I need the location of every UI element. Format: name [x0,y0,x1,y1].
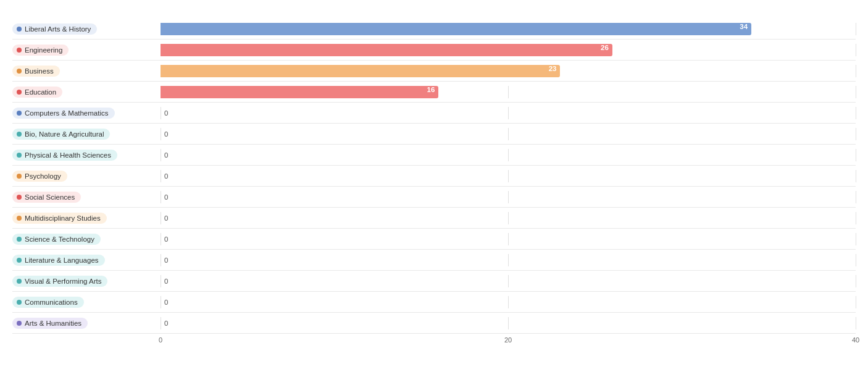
grid-line [856,275,856,287]
bar-label-pill: Arts & Humanities [12,318,88,329]
bar-label-pill: Business [12,66,60,77]
bar-label-pill: Education [12,87,62,98]
bar-dot-icon [17,174,22,179]
bar-label-text: Science & Technology [25,235,94,243]
bar-dot-icon [17,111,22,116]
bar-dot-icon [17,216,22,221]
grid-line [856,191,856,203]
bar-label-container: Science & Technology [12,234,161,245]
bar-row: Visual & Performing Arts0 [12,271,856,292]
bar-label-container: Computers & Mathematics [12,108,161,119]
grid-line [508,107,509,119]
bar-label-text: Visual & Performing Arts [25,278,101,285]
bar-value-label: 0 [164,214,168,222]
grid-line [508,254,509,266]
bar-label-pill: Social Sciences [12,192,81,203]
bar-fill: 23 [161,65,560,77]
bar-dot-icon [17,279,22,284]
bar-row: Business23 [12,61,856,82]
grid-line [856,44,856,56]
grid-line [856,65,856,77]
bar-label-container: Bio, Nature & Agricultural [12,129,161,140]
grid-line [508,212,509,224]
bar-value-label: 0 [164,235,168,243]
bar-label-container: Education [12,87,161,98]
bar-dot-icon [17,300,22,305]
bar-dot-icon [17,237,22,242]
grid-line [508,233,509,245]
bar-dot-icon [17,195,22,200]
x-axis-tick: 40 [852,336,859,344]
bar-row: Multidisciplinary Studies0 [12,208,856,229]
bar-label-text: Liberal Arts & History [25,25,91,33]
bar-value-label: 0 [164,109,168,117]
grid-line [856,107,856,119]
grid-line [161,296,161,308]
grid-line [508,149,509,161]
bar-track: 26 [161,44,856,56]
bar-fill: 26 [161,44,612,56]
bar-track: 0 [161,317,856,329]
bar-label-container: Liberal Arts & History [12,23,161,35]
bar-dot-icon [17,27,22,32]
bar-label-text: Computers & Mathematics [25,109,109,117]
bar-row: Education16 [12,82,856,103]
bar-label-text: Literature & Languages [25,256,99,264]
bar-track: 0 [161,191,856,203]
bar-track: 34 [161,23,856,35]
bar-track: 0 [161,149,856,161]
grid-line [161,191,161,203]
bar-label-container: Literature & Languages [12,255,161,266]
bar-track: 23 [161,65,856,77]
grid-line [856,170,856,182]
grid-line [856,86,856,98]
bar-label-pill: Bio, Nature & Agricultural [12,129,110,140]
bar-dot-icon [17,321,22,326]
bar-value-label: 0 [164,256,168,264]
grid-line [856,212,856,224]
bar-value-label: 26 [601,44,609,51]
bar-row: Computers & Mathematics0 [12,103,856,124]
bar-value-label: 0 [164,278,168,285]
x-axis-tick: 0 [159,336,162,344]
bar-track: 0 [161,212,856,224]
bar-dot-icon [17,48,22,53]
bar-label-text: Communications [25,299,78,306]
bar-label-container: Communications [12,297,161,308]
grid-line [856,149,856,161]
bar-label-container: Psychology [12,171,161,182]
bar-row: Physical & Health Sciences0 [12,145,856,166]
bar-value-label: 0 [164,299,168,306]
bar-dot-icon [17,258,22,263]
bar-row: Arts & Humanities0 [12,313,856,334]
bar-value-label: 0 [164,130,168,138]
bar-track: 0 [161,254,856,266]
bar-label-text: Bio, Nature & Agricultural [25,130,104,138]
bar-dot-icon [17,153,22,158]
grid-line [161,275,161,287]
grid-line [856,317,856,329]
grid-line [508,86,509,98]
x-axis: 02040 [161,336,856,349]
bar-track: 0 [161,107,856,119]
bar-dot-icon [17,69,22,74]
bar-value-label: 0 [164,193,168,201]
bar-value-label: 0 [164,320,168,327]
bar-track: 0 [161,170,856,182]
grid-line [161,212,161,224]
grid-line [161,233,161,245]
grid-line [508,191,509,203]
bar-label-pill: Engineering [12,45,69,56]
chart-area: Liberal Arts & History34Engineering26Bus… [12,19,856,334]
bar-label-text: Education [25,88,56,96]
bar-label-container: Arts & Humanities [12,318,161,329]
bar-label-pill: Science & Technology [12,234,101,245]
grid-line [508,275,509,287]
bar-fill: 16 [161,86,438,98]
bar-row: Engineering26 [12,40,856,61]
grid-line [161,107,161,119]
bar-row: Science & Technology0 [12,229,856,250]
bar-label-container: Business [12,66,161,77]
bar-label-container: Social Sciences [12,192,161,203]
bar-label-text: Psychology [25,172,61,180]
